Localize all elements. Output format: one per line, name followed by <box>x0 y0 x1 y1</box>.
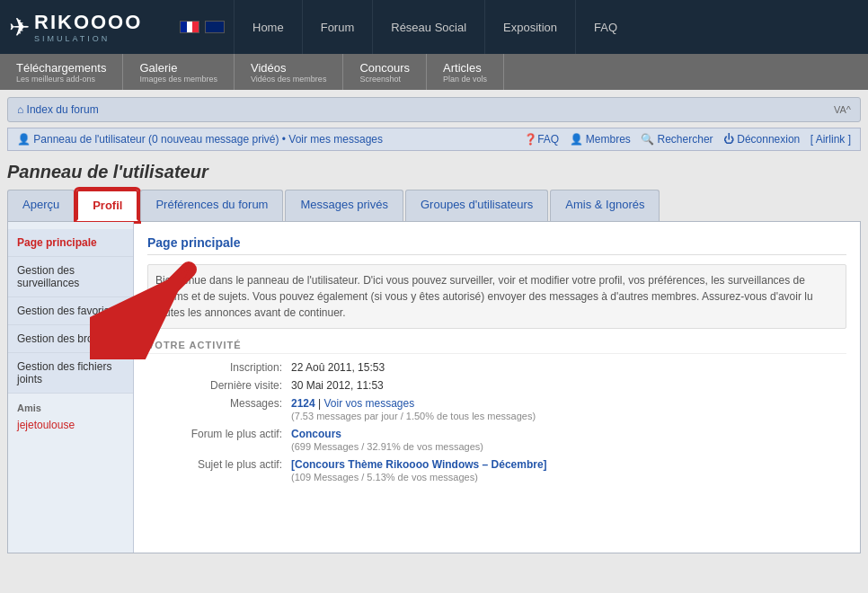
sec-nav-articles[interactable]: Articles Plan de vols <box>427 54 504 90</box>
tab-profil[interactable]: Profil <box>76 190 138 221</box>
messages-count: 2124 <box>291 397 315 410</box>
value-inscription: 22 Aoû 2011, 15:53 <box>291 361 385 374</box>
label-forum-actif: Forum le plus actif: <box>147 428 291 440</box>
forum-actif-link[interactable]: Concours <box>291 428 341 440</box>
message-bar: 👤 Panneau de l'utilisateur (0 nouveau me… <box>7 128 861 151</box>
logo-sub: SIMULATION <box>34 34 142 43</box>
info-row-sujet-actif: Sujet le plus actif: [Concours Thème Rik… <box>147 458 846 483</box>
deconnexion-link[interactable]: ⏻ Déconnexion <box>723 133 800 146</box>
flag-uk[interactable] <box>205 21 225 33</box>
content-wrapper: Page principale Gestion des surveillance… <box>7 221 861 553</box>
panel-description: Bienvenue dans le panneau de l'utilisate… <box>147 264 846 329</box>
msg-bar-left: 👤 Panneau de l'utilisateur (0 nouveau me… <box>17 133 383 146</box>
forum-actif-sub: (699 Messages / 32.91% de vos messages) <box>291 441 483 452</box>
page-title: Panneau de l'utilisateur <box>7 162 861 182</box>
panel-title: Page principale <box>147 235 846 255</box>
logo-plane-icon: ✈ <box>9 13 30 42</box>
value-derniere-visite: 30 Mai 2012, 11:53 <box>291 379 384 392</box>
value-forum-actif: Concours (699 Messages / 32.91% de vos m… <box>291 428 483 453</box>
messages-sub: (7.53 messages par jour / 1.50% de tous … <box>291 411 536 421</box>
rechercher-link[interactable]: 🔍 Rechercher <box>641 133 713 146</box>
sidebar-section-amis: Amis <box>8 399 133 417</box>
info-row-forum-actif: Forum le plus actif: Concours (699 Messa… <box>147 428 846 453</box>
flag-french[interactable] <box>180 21 199 33</box>
font-size-control[interactable]: VA^ <box>834 104 851 115</box>
sidebar-item-brouillons[interactable]: Gestion des brouillons <box>8 325 133 353</box>
nav-reseau[interactable]: Réseau Social <box>372 0 484 54</box>
tab-groupes[interactable]: Groupes d'utilisateurs <box>405 190 548 221</box>
user-icon: 👤 <box>17 133 31 146</box>
sujet-actif-sub: (109 Messages / 5.13% de vos messages) <box>291 472 478 482</box>
sidebar-item-favoris[interactable]: Gestion des favoris <box>8 297 133 325</box>
info-table: Inscription: 22 Aoû 2011, 15:53 Dernière… <box>147 361 846 483</box>
sidebar-item-surveillances[interactable]: Gestion des surveillances <box>8 257 133 297</box>
airlink[interactable]: [ Airlink ] <box>810 133 851 146</box>
membres-link[interactable]: 👤 Membres <box>570 133 631 146</box>
info-row-messages: Messages: 2124 | Voir vos messages (7.53… <box>147 397 846 422</box>
breadcrumb-link[interactable]: Index du forum <box>27 103 99 116</box>
sidebar-item-fichiers[interactable]: Gestion des fichiers joints <box>8 353 133 394</box>
logo: ✈ RIKOOOO SIMULATION <box>0 11 180 43</box>
sidebar: Page principale Gestion des surveillance… <box>8 222 134 553</box>
activity-section-title: VOTRE ACTIVITÉ <box>147 340 846 354</box>
nav-forum[interactable]: Forum <box>302 0 373 54</box>
label-inscription: Inscription: <box>147 361 291 374</box>
top-navigation: ✈ RIKOOOO SIMULATION Home Forum Réseau S… <box>0 0 868 54</box>
faq-link[interactable]: ❓FAQ <box>524 133 559 146</box>
sec-nav-galerie[interactable]: Galerie Images des membres <box>123 54 235 90</box>
secondary-navigation: Téléchargements Les meilleurs add-ons Ga… <box>0 54 868 90</box>
breadcrumb: ⌂ Index du forum <box>17 103 99 116</box>
sidebar-amis-user[interactable]: jejetoulouse <box>8 417 133 433</box>
msg-bar-right: ❓FAQ 👤 Membres 🔍 Rechercher ⏻ Déconnexio… <box>524 133 851 146</box>
tab-messages-prives[interactable]: Messages privés <box>285 190 403 221</box>
label-sujet-actif: Sujet le plus actif: <box>147 458 291 471</box>
sidebar-item-page-principale[interactable]: Page principale <box>8 229 133 257</box>
main-nav-links: Home Forum Réseau Social Exposition FAQ <box>234 0 635 54</box>
logo-text: RIKOOOO <box>34 11 142 33</box>
voir-messages-link[interactable]: Voir vos messages <box>324 397 415 410</box>
value-messages: 2124 | Voir vos messages (7.53 messages … <box>291 397 536 422</box>
label-messages: Messages: <box>147 397 291 410</box>
sec-nav-videos[interactable]: Vidéos Vidéos des membres <box>235 54 343 90</box>
home-icon: ⌂ <box>17 103 23 116</box>
value-sujet-actif: [Concours Thème Rikoooo Windows – Décemb… <box>291 458 547 483</box>
label-derniere-visite: Dernière visite: <box>147 379 291 392</box>
tab-amis-ignores[interactable]: Amis & Ignorés <box>550 190 660 221</box>
tab-apercu[interactable]: Aperçu <box>7 190 75 221</box>
info-row-derniere-visite: Dernière visite: 30 Mai 2012, 11:53 <box>147 379 846 392</box>
sec-nav-telechargements[interactable]: Téléchargements Les meilleurs add-ons <box>0 54 123 90</box>
tab-preferences[interactable]: Préférences du forum <box>140 190 283 221</box>
nav-home[interactable]: Home <box>234 0 302 54</box>
tab-bar: Aperçu Profil Préférences du forum Messa… <box>7 190 861 221</box>
nav-exposition[interactable]: Exposition <box>484 0 575 54</box>
info-row-inscription: Inscription: 22 Aoû 2011, 15:53 <box>147 361 846 374</box>
main-panel: Page principale Bienvenue dans le pannea… <box>134 222 860 553</box>
sujet-actif-link[interactable]: [Concours Thème Rikoooo Windows – Décemb… <box>291 458 547 471</box>
sec-nav-concours[interactable]: Concours Screenshot <box>343 54 427 90</box>
main-content: ⌂ Index du forum VA^ 👤 Panneau de l'util… <box>0 90 868 593</box>
breadcrumb-bar: ⌂ Index du forum VA^ <box>7 97 861 122</box>
nav-faq[interactable]: FAQ <box>575 0 635 54</box>
